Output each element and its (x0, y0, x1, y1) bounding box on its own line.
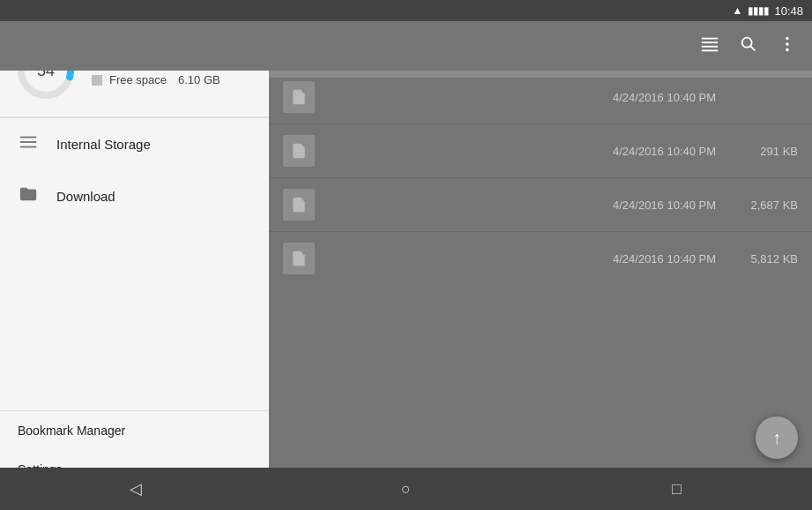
svg-rect-2 (702, 45, 718, 47)
list-icon (18, 132, 39, 156)
file-size-2: 291 KB (736, 145, 798, 158)
toolbar-separator (269, 71, 812, 78)
scroll-to-top-button[interactable]: ↑ (756, 416, 798, 459)
wifi-icon: ▲ (733, 4, 743, 17)
file-row[interactable]: 4/24/2016 10:40 PM (269, 71, 812, 124)
file-row-left (283, 135, 613, 167)
view-toggle-button[interactable] (692, 28, 727, 64)
home-icon: ○ (401, 480, 411, 499)
sidebar-item-download[interactable]: Download (0, 170, 269, 222)
sidebar-nav: Internal Storage Download (0, 118, 269, 410)
free-label: Free space (109, 73, 171, 86)
sidebar: 54 Used space 7.26 GB Free space 6.10 GB (0, 21, 269, 489)
svg-rect-12 (20, 141, 36, 143)
free-dot (92, 75, 102, 86)
back-button[interactable]: ◁ (101, 468, 171, 510)
toolbar (0, 21, 812, 71)
back-icon: ◁ (130, 479, 142, 499)
file-meta-1: 4/24/2016 10:40 PM (613, 91, 798, 104)
svg-line-5 (750, 46, 755, 50)
view-toggle-icon (700, 34, 719, 58)
file-meta-4: 4/24/2016 10:40 PM 5,812 KB (613, 252, 798, 266)
file-row[interactable]: 4/24/2016 10:40 PM 2,687 KB (269, 178, 812, 232)
file-row[interactable]: 4/24/2016 10:40 PM 291 KB (269, 124, 812, 178)
file-size-4: 5,812 KB (736, 252, 798, 266)
status-time: 10:48 (774, 4, 803, 18)
download-label: Download (56, 189, 115, 204)
search-button[interactable] (731, 28, 766, 64)
bottom-nav: ◁ ○ □ (0, 468, 812, 510)
battery-icon: ▮▮▮▮ (748, 4, 769, 17)
svg-rect-1 (702, 41, 718, 43)
svg-point-4 (742, 37, 752, 47)
file-icon (283, 135, 315, 167)
file-icon (283, 243, 315, 274)
file-date-2: 4/24/2016 10:40 PM (613, 145, 719, 158)
file-meta-2: 4/24/2016 10:40 PM 291 KB (613, 145, 798, 158)
svg-rect-0 (702, 37, 718, 39)
toolbar-actions (692, 28, 805, 64)
file-icon (283, 81, 315, 113)
file-row-left (283, 81, 613, 113)
file-meta-3: 4/24/2016 10:40 PM 2,687 KB (613, 199, 798, 212)
status-bar: ▲ ▮▮▮▮ 10:48 (0, 0, 812, 21)
home-button[interactable]: ○ (371, 468, 442, 510)
svg-rect-3 (702, 49, 718, 51)
recents-button[interactable]: □ (642, 468, 712, 510)
svg-point-6 (786, 36, 789, 40)
bookmark-manager-label: Bookmark Manager (18, 424, 125, 438)
free-value: 6.10 GB (178, 73, 220, 86)
svg-rect-13 (20, 146, 36, 148)
sidebar-item-bookmark-manager[interactable]: Bookmark Manager (0, 411, 269, 450)
file-icon (283, 189, 315, 221)
file-row-left (283, 189, 613, 221)
file-row[interactable]: 4/24/2016 10:40 PM 5,812 KB (269, 232, 812, 285)
file-date-1: 4/24/2016 10:40 PM (613, 91, 719, 104)
main-content: 4/24/2016 10:40 PM 4/24/2016 10:40 PM 29… (269, 71, 812, 489)
file-date-4: 4/24/2016 10:40 PM (613, 252, 719, 266)
svg-point-8 (786, 48, 789, 51)
folder-icon (18, 184, 39, 208)
sidebar-item-internal-storage[interactable]: Internal Storage (0, 118, 269, 170)
recents-icon: □ (672, 480, 682, 499)
file-row-left (283, 243, 613, 274)
free-space-row: Free space 6.10 GB (92, 73, 220, 86)
file-date-3: 4/24/2016 10:40 PM (613, 199, 719, 212)
search-icon (739, 34, 758, 58)
svg-point-7 (786, 42, 789, 46)
file-size-3: 2,687 KB (736, 199, 798, 212)
more-icon (778, 34, 797, 58)
svg-rect-11 (20, 137, 36, 139)
arrow-up-icon: ↑ (772, 428, 781, 448)
more-options-button[interactable] (770, 28, 805, 64)
internal-storage-label: Internal Storage (56, 137, 151, 152)
file-list: 4/24/2016 10:40 PM 4/24/2016 10:40 PM 29… (269, 71, 812, 285)
